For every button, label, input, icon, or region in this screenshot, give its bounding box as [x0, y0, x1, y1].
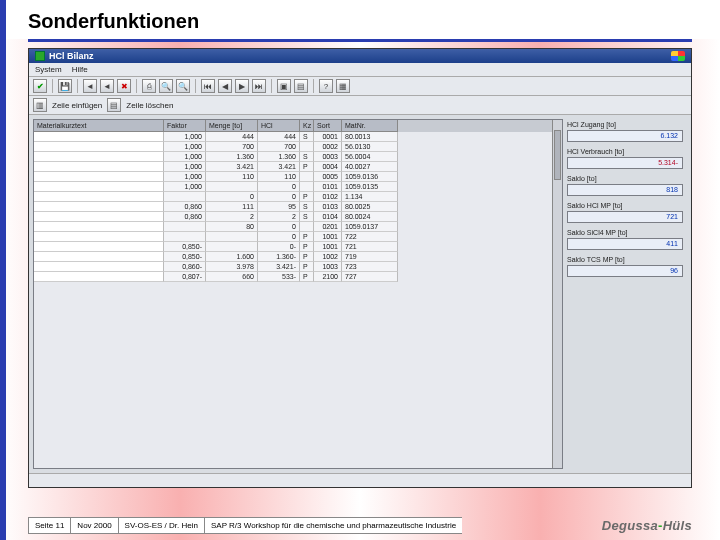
- statusbar: [29, 473, 691, 487]
- data-grid[interactable]: Materialkurztext Faktor Menge [to] HCl K…: [33, 119, 563, 469]
- table-row[interactable]: 0,850-1.6001.360-P1002719: [34, 252, 552, 262]
- summary-field: Saldo [to]818: [567, 175, 683, 196]
- window-title: HCl Bilanz: [49, 51, 94, 61]
- help-icon[interactable]: ?: [319, 79, 333, 93]
- footer-page: Seite 11: [28, 517, 70, 534]
- prev-page-icon[interactable]: ◀: [218, 79, 232, 93]
- next-page-icon[interactable]: ▶: [235, 79, 249, 93]
- table-row[interactable]: 1,000444444S000180.0013: [34, 132, 552, 142]
- exit-icon[interactable]: ◄: [100, 79, 114, 93]
- sap-logo-icon: [671, 51, 685, 61]
- slide-title: Sonderfunktionen: [0, 0, 720, 39]
- ok-button[interactable]: ✔: [33, 79, 47, 93]
- col-kz[interactable]: Kz: [300, 120, 314, 132]
- table-row[interactable]: 00P01021.134: [34, 192, 552, 202]
- table-row[interactable]: 80002011059.0137: [34, 222, 552, 232]
- footer-date: Nov 2000: [70, 517, 117, 534]
- vertical-scrollbar[interactable]: [552, 120, 562, 468]
- find-icon[interactable]: 🔍: [159, 79, 173, 93]
- main-toolbar: ✔ 💾 ◄ ◄ ✖ ⎙ 🔍 🔍 ⏮ ◀ ▶ ⏭ ▣ ▤ ? ▦: [29, 77, 691, 96]
- grid-header: Materialkurztext Faktor Menge [to] HCl K…: [34, 120, 552, 132]
- table-row[interactable]: 0,860-3.9783.421-P1003723: [34, 262, 552, 272]
- find-next-icon[interactable]: 🔍: [176, 79, 190, 93]
- table-row[interactable]: 1,000700700000256.0130: [34, 142, 552, 152]
- print-icon[interactable]: ⎙: [142, 79, 156, 93]
- col-material[interactable]: Materialkurztext: [34, 120, 164, 132]
- divider: [28, 39, 692, 42]
- summary-field: HCl Verbrauch [to]5.314-: [567, 148, 683, 169]
- company-logo: Degussa-Hüls: [602, 518, 692, 533]
- layout-icon[interactable]: ▦: [336, 79, 350, 93]
- insert-row-label[interactable]: Zeile einfügen: [50, 101, 104, 110]
- delete-row-label[interactable]: Zeile löschen: [124, 101, 175, 110]
- table-row[interactable]: 1,000001011059.0135: [34, 182, 552, 192]
- summary-panel: HCl Zugang [to]6.132HCl Verbrauch [to]5.…: [567, 119, 687, 469]
- shortcut-icon[interactable]: ▤: [294, 79, 308, 93]
- last-page-icon[interactable]: ⏭: [252, 79, 266, 93]
- table-row[interactable]: 0,86011195S010380.0025: [34, 202, 552, 212]
- cancel-icon[interactable]: ✖: [117, 79, 131, 93]
- new-session-icon[interactable]: ▣: [277, 79, 291, 93]
- menubar[interactable]: System Hilfe: [29, 63, 691, 77]
- col-faktor[interactable]: Faktor: [164, 120, 206, 132]
- summary-field: Saldo SiCl4 MP [to]411: [567, 229, 683, 250]
- summary-field: Saldo HCl MP [to]721: [567, 202, 683, 223]
- summary-field: Saldo TCS MP [to]96: [567, 256, 683, 277]
- footer-author: SV-OS-ES / Dr. Hein: [118, 517, 204, 534]
- col-matnr[interactable]: MatNr.: [342, 120, 398, 132]
- slide-footer: Seite 11 Nov 2000 SV-OS-ES / Dr. Hein SA…: [0, 517, 720, 534]
- summary-field: HCl Zugang [to]6.132: [567, 121, 683, 142]
- app-toolbar: ▥ Zeile einfügen ▤ Zeile löschen: [29, 96, 691, 115]
- first-page-icon[interactable]: ⏮: [201, 79, 215, 93]
- table-row[interactable]: 1,00011011000051059.0136: [34, 172, 552, 182]
- table-row[interactable]: 1,0001.3601.360S000356.0004: [34, 152, 552, 162]
- menu-help[interactable]: Hilfe: [72, 65, 88, 74]
- delete-row-icon[interactable]: ▤: [107, 98, 121, 112]
- save-icon[interactable]: 💾: [58, 79, 72, 93]
- footer-event: SAP R/3 Workshop für die chemische und p…: [204, 517, 462, 534]
- table-row[interactable]: 0,850-0-P1001721: [34, 242, 552, 252]
- window-titlebar: HCl Bilanz: [29, 49, 691, 63]
- col-hcl[interactable]: HCl: [258, 120, 300, 132]
- menu-system[interactable]: System: [35, 65, 62, 74]
- col-menge[interactable]: Menge [to]: [206, 120, 258, 132]
- table-row[interactable]: 0P1001722: [34, 232, 552, 242]
- sap-window: HCl Bilanz System Hilfe ✔ 💾 ◄ ◄ ✖ ⎙ 🔍 🔍 …: [28, 48, 692, 488]
- col-sort[interactable]: Sort: [314, 120, 342, 132]
- table-row[interactable]: 0,86022S010480.0024: [34, 212, 552, 222]
- insert-row-icon[interactable]: ▥: [33, 98, 47, 112]
- table-row[interactable]: 0,807-660533-P2100727: [34, 272, 552, 282]
- table-row[interactable]: 1,0003.4213.421P000440.0027: [34, 162, 552, 172]
- back-icon[interactable]: ◄: [83, 79, 97, 93]
- app-icon: [35, 51, 45, 61]
